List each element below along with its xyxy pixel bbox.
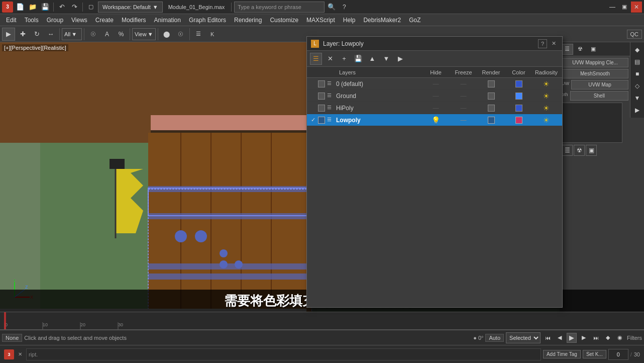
layer-freeze-cell[interactable]: — [450,93,477,100]
right-tool-6[interactable]: ▶ [632,105,643,116]
menu-modifiers[interactable]: Modifiers [118,14,150,26]
layer-checkbox[interactable] [318,117,325,124]
layer-render-cell[interactable] [477,105,505,112]
menu-edit[interactable]: Edit [2,14,21,26]
layer-checkbox[interactable] [318,80,325,87]
right-tool-3[interactable]: ■ [632,68,643,79]
layer-checkbox[interactable] [318,93,325,100]
modifier-tab-2[interactable]: ☢ [574,44,586,55]
search-box[interactable]: Type a keyword or phrase [234,2,325,13]
layer-hide-cell[interactable]: — [422,93,450,100]
minimize-btn[interactable]: — [607,2,618,13]
close-btn[interactable]: ✕ [631,2,642,13]
layer-hide-cell[interactable]: — [422,105,450,112]
next-key-btn[interactable]: ▶ [579,333,589,343]
close-script-btn[interactable]: ✕ [16,350,24,358]
material-btn[interactable]: ☢ [574,145,585,156]
layer-checkbox[interactable] [318,105,325,112]
menu-group[interactable]: Group [43,14,67,26]
layer-color-cell[interactable] [505,93,532,100]
right-tool-5[interactable]: ▼ [632,93,643,104]
layer-freeze-cell[interactable]: — [450,105,477,112]
layer-btn-4[interactable]: 💾 [352,53,364,65]
time-config-btn[interactable]: ◉ [615,333,625,343]
layer-icon-btn[interactable]: ☰ [310,53,322,65]
uvw-map-btn[interactable]: UVW Map [571,80,628,89]
redo-btn[interactable]: ↷ [69,2,80,13]
scale-tool[interactable]: ↔ [44,28,57,41]
menu-graph-editors[interactable]: Graph Editors [185,14,230,26]
script-area[interactable]: ript. [26,348,541,360]
reference-coord-dropdown[interactable]: View ▼ [132,28,156,40]
animation-btn[interactable]: ▣ [586,145,597,156]
layer-row[interactable]: ✓ ☰ 0 (default) — — ☀ [307,78,562,90]
layer-freeze-cell[interactable]: — [450,80,477,87]
right-tool-2[interactable]: ▤ [632,56,643,67]
modifier-tab-3[interactable]: ▣ [587,44,599,55]
layer-btn-5[interactable]: ▲ [366,53,378,65]
layer-add-btn[interactable]: + [338,53,350,65]
layer-btn-6[interactable]: ▼ [380,53,392,65]
layer-row[interactable]: ✓ ☰ HiPoly — — ☀ [307,102,562,114]
layers-close-btn[interactable]: ✕ [549,39,558,48]
menu-help[interactable]: Help [339,14,360,26]
open-btn[interactable]: 📁 [27,2,38,13]
layer-color-cell[interactable] [505,80,532,87]
layer-hide-cell-selected[interactable]: 💡 [422,116,450,124]
frame-input[interactable]: 0 [608,349,628,360]
undo-btn[interactable]: ↶ [56,2,67,13]
layer-btn-7[interactable]: ▶ [394,53,406,65]
manipulate-btn[interactable]: ☉ [174,28,187,41]
percent-snap-btn[interactable]: % [115,28,128,41]
save-btn[interactable]: 💾 [40,2,51,13]
menu-create[interactable]: Create [91,14,118,26]
layer-render-cell-selected[interactable] [477,117,505,124]
modifier-tab-1[interactable]: ☰ [561,44,573,55]
layer-row[interactable]: ✓ ☰ Ground — — ☀ [307,90,562,102]
qc-btn[interactable]: QC [627,30,642,39]
timeline-ruler[interactable]: 0 10 20 30 [0,312,644,330]
new-btn[interactable]: 📄 [15,2,26,13]
menu-rendering[interactable]: Rendering [230,14,266,26]
move-tool[interactable]: ✚ [16,28,29,41]
shell-btn[interactable]: Shell [570,91,628,101]
angle-snap-btn[interactable]: A [100,28,114,41]
layer-color-cell[interactable] [505,105,532,112]
rotate-tool[interactable]: ↻ [30,28,43,41]
layer-render-cell[interactable] [477,80,505,87]
workspace-dropdown[interactable]: Workspace: Default ▼ [98,2,163,13]
prev-key-btn[interactable]: ◀ [555,333,565,343]
add-time-tag-btn[interactable]: Add Time Tag [543,350,581,358]
layer-row-selected[interactable]: ✓ ☰ Lowpoly 💡 — ☀ [307,114,562,126]
menu-views[interactable]: Views [67,14,91,26]
right-tool-1[interactable]: ◆ [632,44,643,55]
menu-maxscript[interactable]: MAXScript [302,14,339,26]
menu-customize[interactable]: Customize [266,14,302,26]
render-setup-btn[interactable]: ▢ [85,2,96,13]
layer-render-cell[interactable] [477,93,505,100]
restore-btn[interactable]: ▣ [619,2,630,13]
select-tool[interactable]: ▶ [2,28,15,41]
snap-btn[interactable]: ☉ [86,28,99,41]
right-tool-4[interactable]: ◇ [632,80,643,92]
layer-color-cell-selected[interactable] [505,117,532,124]
layer-icon-btn2[interactable]: ☰ [562,145,573,156]
layer-hide-cell[interactable]: — [422,80,450,87]
select-filter-dropdown[interactable]: All ▼ [62,28,82,40]
menu-animation[interactable]: Animation [150,14,185,26]
layer-manager-btn[interactable]: ☰ [192,28,205,41]
layer-delete-btn[interactable]: ✕ [324,53,336,65]
play-btn[interactable]: ▶ [567,333,577,343]
menu-debrismaker2[interactable]: DebrisMaker2 [359,14,405,26]
selection-filter-dropdown[interactable]: Selected [506,332,541,343]
key-mode-btn[interactable]: ◆ [603,333,613,343]
layers-help-btn[interactable]: ? [538,39,547,48]
help-btn[interactable]: ? [339,2,350,13]
goto-end-btn[interactable]: ⏭ [591,333,601,343]
menu-tools[interactable]: Tools [21,14,43,26]
set-key-btn[interactable]: Set K... [583,350,606,358]
layer-freeze-cell-selected[interactable]: — [450,117,477,124]
search-icon[interactable]: 🔍 [326,2,337,13]
pivot-btn[interactable]: ⬤ [160,28,173,41]
menu-goz[interactable]: GoZ [405,14,424,26]
